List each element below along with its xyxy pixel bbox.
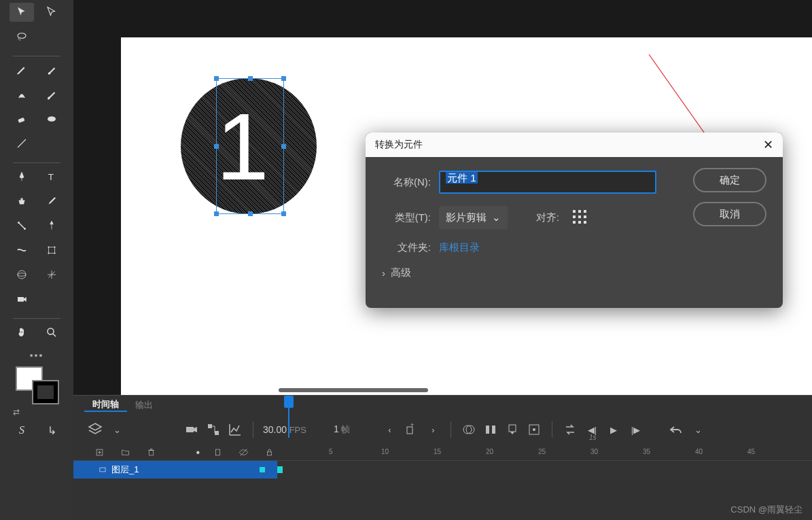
registration-grid[interactable] xyxy=(573,210,588,225)
pencil-tool[interactable] xyxy=(10,60,34,80)
undo-dropdown-icon[interactable]: ⌄ xyxy=(690,421,706,438)
width-tool[interactable] xyxy=(10,241,34,260)
undo-icon[interactable] xyxy=(668,421,684,438)
svg-rect-1 xyxy=(18,118,24,123)
insert-keyframe-icon[interactable]: + xyxy=(403,421,419,438)
name-input[interactable]: 元件 1 xyxy=(439,171,656,194)
text-tool[interactable]: T xyxy=(39,167,64,186)
visibility-icon[interactable] xyxy=(235,445,251,461)
parent-layer-icon[interactable] xyxy=(205,421,222,438)
free-transform-tool[interactable] xyxy=(39,241,64,260)
highlight-dot-icon[interactable]: • xyxy=(196,447,200,459)
svg-rect-38 xyxy=(100,468,105,472)
line-tool[interactable] xyxy=(10,134,34,153)
fps-value[interactable]: 30.00 xyxy=(263,424,287,435)
close-icon[interactable]: ✕ xyxy=(763,137,773,152)
ink-bottle-tool[interactable] xyxy=(10,192,34,211)
handle-tm[interactable] xyxy=(248,76,253,81)
eyedropper-tool[interactable] xyxy=(39,192,64,211)
step-fwd-icon[interactable]: |▶ xyxy=(627,421,643,438)
layer-name[interactable]: 图层_1 xyxy=(111,464,139,476)
swap-colors-icon[interactable]: ⇄ xyxy=(13,407,20,417)
watermark: CSDN @雨翼轻尘 xyxy=(730,504,802,516)
oval-tool[interactable] xyxy=(39,109,64,128)
keyframe[interactable] xyxy=(277,466,283,473)
pen-tool[interactable] xyxy=(10,167,34,186)
fps-label: FPS xyxy=(289,425,306,435)
cancel-button[interactable]: 取消 xyxy=(693,202,766,226)
svg-point-0 xyxy=(18,33,26,39)
stroke-color-swatch[interactable] xyxy=(32,380,59,404)
svg-point-12 xyxy=(54,252,55,254)
hand-tool[interactable] xyxy=(10,323,34,342)
advanced-toggle[interactable]: 高级 xyxy=(382,266,766,279)
pin-tool[interactable] xyxy=(39,216,64,235)
center-frame-icon[interactable] xyxy=(526,421,542,438)
lock-icon[interactable] xyxy=(261,445,277,461)
layers-icon[interactable] xyxy=(87,421,103,438)
more-tools-icon[interactable]: ••• xyxy=(30,350,44,361)
ok-button[interactable]: 确定 xyxy=(693,168,766,192)
snap-tool[interactable]: S xyxy=(10,421,34,440)
subselection-tool[interactable] xyxy=(39,3,64,22)
tab-timeline[interactable]: 时间轴 xyxy=(84,398,127,412)
folder-link[interactable]: 库根目录 xyxy=(439,241,480,254)
next-keyframe-icon[interactable]: › xyxy=(425,421,441,438)
tool-palette: T ••• ⇄ S ↳ xyxy=(0,0,73,520)
camera-tool[interactable] xyxy=(10,290,34,309)
color-swatches[interactable]: ⇄ xyxy=(13,366,60,407)
timeline-ruler[interactable]: 5 10 15 20 25 30 35 40 45 1s xyxy=(277,445,812,460)
3d-translation-tool[interactable] xyxy=(39,265,64,284)
paint-brush-tool[interactable] xyxy=(39,85,64,104)
handle-ml[interactable] xyxy=(214,144,219,149)
3d-rotation-tool[interactable] xyxy=(10,265,34,284)
handle-mr[interactable] xyxy=(281,144,286,149)
svg-rect-21 xyxy=(208,424,212,428)
lasso-tool[interactable] xyxy=(10,27,34,46)
marker-icon[interactable] xyxy=(504,421,520,438)
handle-bl[interactable] xyxy=(214,211,219,216)
timeline-panel: 时间轴 输出 ⌄ 30.00 FPS 1 帧 ‹ + › ◀| ▶ |▶ ⌄ xyxy=(73,395,812,520)
play-icon[interactable]: ▶ xyxy=(605,421,622,438)
svg-point-14 xyxy=(18,273,26,277)
align-label: 对齐: xyxy=(518,211,559,224)
selection-bounds[interactable] xyxy=(216,78,284,214)
fluid-brush-tool[interactable] xyxy=(10,85,34,104)
handle-bm[interactable] xyxy=(248,211,253,216)
smooth-tool[interactable]: ↳ xyxy=(39,421,64,440)
tab-output[interactable]: 输出 xyxy=(127,399,161,411)
layer-row[interactable]: 图层_1 xyxy=(73,461,812,479)
svg-point-16 xyxy=(48,328,54,334)
outline-icon[interactable] xyxy=(209,445,226,461)
handle-tl[interactable] xyxy=(214,76,219,81)
brush-tool[interactable] xyxy=(39,60,64,80)
selection-tool[interactable] xyxy=(10,3,34,22)
camera-icon[interactable] xyxy=(183,421,200,438)
prev-keyframe-icon[interactable]: ‹ xyxy=(381,421,398,438)
delete-layer-icon[interactable] xyxy=(143,445,159,461)
horizontal-scrollbar[interactable] xyxy=(279,388,428,392)
dialog-titlebar[interactable]: 转换为元件 ✕ xyxy=(366,133,783,157)
graph-icon[interactable] xyxy=(227,421,243,438)
eraser-tool[interactable] xyxy=(10,109,34,128)
new-layer-icon[interactable] xyxy=(91,445,107,461)
svg-point-9 xyxy=(48,246,49,247)
type-label: 类型(T): xyxy=(382,211,431,224)
layers-dropdown-icon[interactable]: ⌄ xyxy=(109,421,125,438)
handle-tr[interactable] xyxy=(281,76,286,81)
edit-multiple-icon[interactable] xyxy=(482,421,499,438)
onion-skin-icon[interactable] xyxy=(461,421,477,438)
frame-number[interactable]: 1 xyxy=(334,423,339,434)
handle-br[interactable] xyxy=(281,211,286,216)
chevron-down-icon: ⌄ xyxy=(492,211,501,224)
new-folder-icon[interactable] xyxy=(117,445,133,461)
frame-track[interactable] xyxy=(277,461,812,479)
svg-point-31 xyxy=(533,428,535,431)
zoom-tool[interactable] xyxy=(39,323,64,342)
type-dropdown[interactable]: 影片剪辑 ⌄ xyxy=(439,206,508,229)
bone-tool[interactable] xyxy=(10,216,34,235)
loop-icon[interactable] xyxy=(562,421,578,438)
svg-rect-29 xyxy=(509,425,516,432)
layer-color-swatch[interactable] xyxy=(260,467,265,472)
folder-label: 文件夹: xyxy=(382,241,431,254)
